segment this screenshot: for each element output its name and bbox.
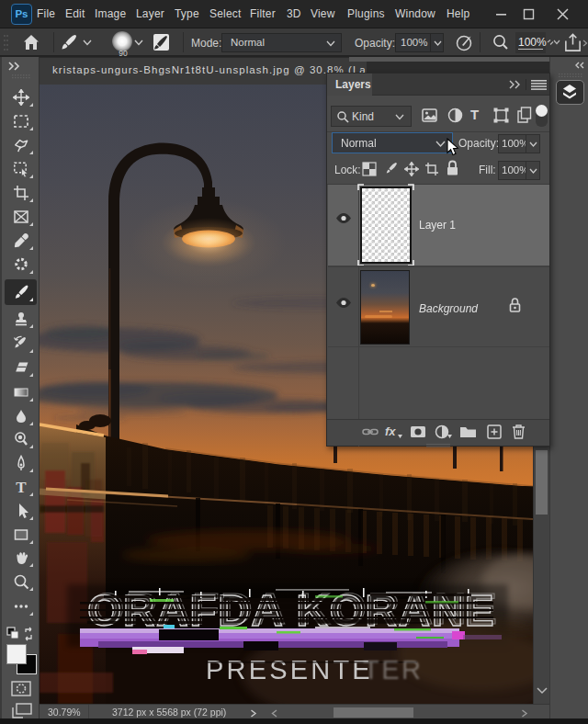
- svg-text:T: T: [16, 479, 27, 495]
- svg-text:PRESENTE: PRESENTE: [206, 655, 373, 684]
- svg-text:TER: TER: [363, 655, 424, 684]
